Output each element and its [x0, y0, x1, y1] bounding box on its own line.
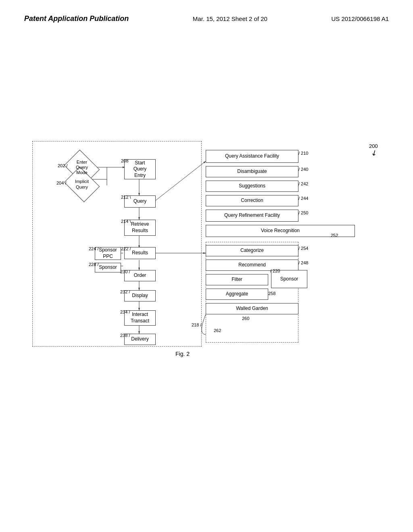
patent-page: Patent Application Publication Mar. 15, …	[0, 0, 413, 532]
ref-208: 208	[121, 158, 128, 163]
start-query-entry-box: StartQueryEntry	[124, 159, 156, 179]
ref-240: / 240	[298, 167, 308, 172]
publication-title: Patent Application Publication	[24, 15, 129, 23]
ref-248: / 248	[298, 260, 308, 265]
diagram: 200 ↙ EnterQueryMode 202 / ImplicitQuery…	[32, 141, 379, 383]
ref-220: / 220	[270, 268, 280, 273]
ref-232: 232 /	[120, 289, 130, 294]
ref-214: 214 \	[121, 219, 131, 224]
ref-218: 218 /	[192, 322, 201, 327]
ref-252: 252	[331, 233, 338, 238]
publication-number: US 2012/0066198 A1	[331, 15, 389, 22]
sponsor-ppc-box: SponsorPPC	[95, 247, 121, 260]
recommend-box: Recommend	[206, 260, 298, 271]
ref-234: 234 /	[120, 310, 130, 314]
ref-224: 224 /	[89, 246, 98, 251]
sponsor-228-box: Sponsor	[95, 263, 121, 272]
ref-260: 260	[242, 316, 249, 321]
publication-date: Mar. 15, 2012 Sheet 2 of 20	[193, 15, 267, 22]
ref-210: / 210	[298, 151, 308, 156]
query-refinement-box: Query Refinement Facility	[206, 210, 298, 222]
filter-box: Filter	[206, 274, 268, 285]
categorize-box: Categorize	[206, 245, 298, 256]
ref-244: / 244	[298, 196, 308, 201]
ref-212: 212 \	[121, 195, 131, 200]
implicit-query-label: ImplicitQuery	[68, 173, 96, 195]
fig-label: Fig. 2	[175, 351, 190, 357]
ref-238: 238 /	[120, 333, 130, 338]
ref-230: 230 /	[120, 269, 130, 274]
ref-202: 202 /	[58, 163, 67, 168]
ref-262: 262	[214, 328, 221, 333]
ref-222: 222 /	[121, 246, 131, 251]
ref-258: 258	[268, 291, 275, 296]
walled-garden-box: Walled Garden	[206, 303, 298, 314]
header: Patent Application Publication Mar. 15, …	[0, 15, 413, 23]
ref-242: / 242	[298, 181, 308, 186]
aggregate-box: Aggregate	[206, 289, 268, 300]
outer-system-box	[32, 141, 202, 347]
disambiguate-box: Disambiguate	[206, 166, 298, 177]
ref-250: / 250	[298, 210, 308, 215]
implicit-query-node: ImplicitQuery	[68, 173, 96, 195]
ref-228: 228 /	[89, 262, 98, 267]
correction-box: Correction	[206, 195, 298, 206]
query-assistance-box: Query Assistance Facility	[206, 150, 298, 163]
suggestions-box: Suggestions	[206, 181, 298, 192]
ref-204: 204 /	[56, 181, 66, 185]
ref-254: / 254	[298, 246, 308, 251]
